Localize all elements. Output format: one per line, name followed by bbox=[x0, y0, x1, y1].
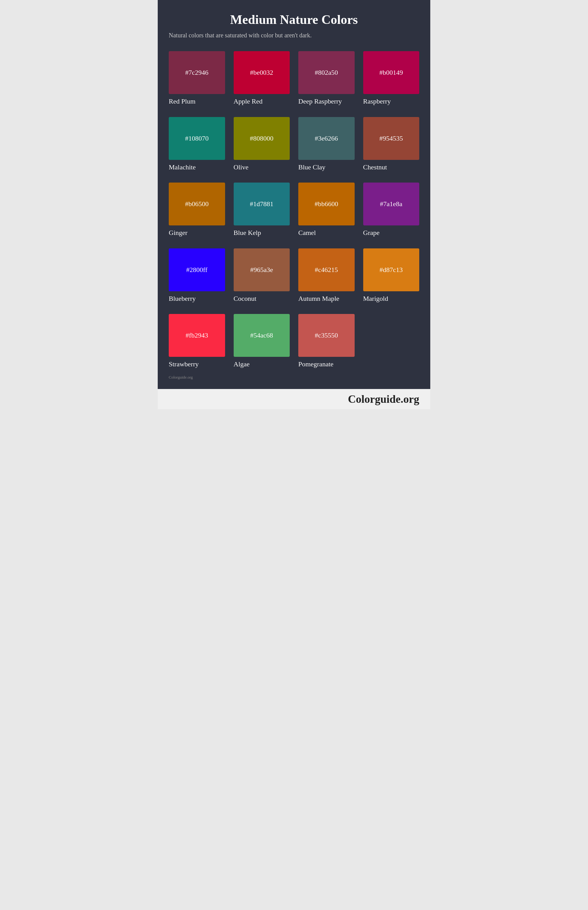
color-swatch[interactable]: #d87c13 bbox=[363, 248, 420, 291]
color-item: #1d7881Blue Kelp bbox=[234, 183, 290, 238]
footer-label: Colorguide.org bbox=[158, 389, 430, 409]
color-swatch[interactable]: #bb6600 bbox=[298, 183, 355, 225]
color-swatch[interactable]: #c35550 bbox=[298, 314, 355, 357]
color-name-label: Grape bbox=[363, 228, 380, 238]
color-name-label: Blue Kelp bbox=[234, 228, 261, 238]
color-item: #7c2946Red Plum bbox=[169, 51, 225, 106]
color-hex-label: #808000 bbox=[250, 134, 273, 142]
color-name-label: Algae bbox=[234, 360, 250, 369]
color-hex-label: #fb2943 bbox=[186, 331, 208, 339]
color-swatch[interactable]: #be0032 bbox=[234, 51, 290, 94]
page-container: Medium Nature Colors Natural colors that… bbox=[158, 0, 430, 409]
color-swatch[interactable]: #fb2943 bbox=[169, 314, 225, 357]
color-name-label: Olive bbox=[234, 163, 249, 172]
color-name-label: Raspberry bbox=[363, 97, 391, 106]
color-item: #be0032Apple Red bbox=[234, 51, 290, 106]
color-hex-label: #be0032 bbox=[250, 69, 273, 77]
color-name-label: Camel bbox=[298, 228, 316, 238]
color-name-label: Blueberry bbox=[169, 294, 196, 303]
color-item: #b06500Ginger bbox=[169, 183, 225, 238]
color-name-label: Deep Raspberry bbox=[298, 97, 342, 106]
color-name-label: Blue Clay bbox=[298, 163, 326, 172]
color-hex-label: #802a50 bbox=[315, 69, 338, 77]
color-hex-label: #b06500 bbox=[185, 200, 208, 208]
color-item: #954535Chestnut bbox=[363, 117, 420, 172]
color-hex-label: #7c2946 bbox=[185, 69, 208, 77]
color-swatch[interactable]: #954535 bbox=[363, 117, 420, 160]
color-hex-label: #d87c13 bbox=[380, 266, 403, 274]
color-swatch[interactable]: #54ac68 bbox=[234, 314, 290, 357]
color-item: #54ac68Algae bbox=[234, 314, 290, 369]
color-item: #c35550Pomegranate bbox=[298, 314, 355, 369]
color-hex-label: #54ac68 bbox=[250, 331, 273, 339]
page-title: Medium Nature Colors bbox=[169, 12, 419, 27]
color-name-label: Marigold bbox=[363, 294, 388, 303]
color-hex-label: #c46215 bbox=[315, 266, 338, 274]
color-swatch[interactable]: #b06500 bbox=[169, 183, 225, 225]
color-hex-label: #108070 bbox=[185, 134, 208, 142]
color-item: #802a50Deep Raspberry bbox=[298, 51, 355, 106]
color-item: #3e6266Blue Clay bbox=[298, 117, 355, 172]
color-name-label: Apple Red bbox=[234, 97, 263, 106]
color-item: #d87c13Marigold bbox=[363, 248, 420, 303]
color-name-label: Malachite bbox=[169, 163, 196, 172]
color-swatch[interactable]: #808000 bbox=[234, 117, 290, 160]
color-item: #808000Olive bbox=[234, 117, 290, 172]
color-swatch[interactable]: #802a50 bbox=[298, 51, 355, 94]
color-swatch[interactable]: #7a1e8a bbox=[363, 183, 420, 225]
color-item: #108070Malachite bbox=[169, 117, 225, 172]
page-subtitle: Natural colors that are saturated with c… bbox=[169, 32, 419, 39]
color-name-label: Pomegranate bbox=[298, 360, 333, 369]
color-item: #965a3eCoconut bbox=[234, 248, 290, 303]
color-item: #7a1e8aGrape bbox=[363, 183, 420, 238]
color-swatch[interactable]: #1d7881 bbox=[234, 183, 290, 225]
color-hex-label: #965a3e bbox=[250, 266, 273, 274]
color-swatch[interactable]: #2800ff bbox=[169, 248, 225, 291]
color-name-label: Ginger bbox=[169, 228, 187, 238]
color-swatch[interactable]: #7c2946 bbox=[169, 51, 225, 94]
color-item: #bb6600Camel bbox=[298, 183, 355, 238]
color-hex-label: #b00149 bbox=[380, 69, 403, 77]
color-item: #c46215Autumn Maple bbox=[298, 248, 355, 303]
color-item: #b00149Raspberry bbox=[363, 51, 420, 106]
color-hex-label: #954535 bbox=[380, 134, 403, 142]
color-swatch[interactable]: #c46215 bbox=[298, 248, 355, 291]
color-swatch[interactable]: #108070 bbox=[169, 117, 225, 160]
color-swatch[interactable]: #965a3e bbox=[234, 248, 290, 291]
color-grid: #7c2946Red Plum#be0032Apple Red#802a50De… bbox=[169, 51, 419, 369]
color-name-label: Red Plum bbox=[169, 97, 195, 106]
color-name-label: Coconut bbox=[234, 294, 257, 303]
color-swatch[interactable]: #b00149 bbox=[363, 51, 420, 94]
color-hex-label: #c35550 bbox=[315, 331, 338, 339]
color-name-label: Autumn Maple bbox=[298, 294, 339, 303]
color-swatch[interactable]: #3e6266 bbox=[298, 117, 355, 160]
color-item: #2800ffBlueberry bbox=[169, 248, 225, 303]
color-item: #fb2943Strawberry bbox=[169, 314, 225, 369]
color-hex-label: #bb6600 bbox=[315, 200, 338, 208]
color-hex-label: #3e6266 bbox=[315, 134, 338, 142]
color-hex-label: #1d7881 bbox=[250, 200, 273, 208]
color-hex-label: #7a1e8a bbox=[380, 200, 402, 208]
color-hex-label: #2800ff bbox=[186, 266, 207, 274]
color-name-label: Chestnut bbox=[363, 163, 387, 172]
color-name-label: Strawberry bbox=[169, 360, 199, 369]
attribution-label: Colorguide.org bbox=[169, 375, 419, 380]
